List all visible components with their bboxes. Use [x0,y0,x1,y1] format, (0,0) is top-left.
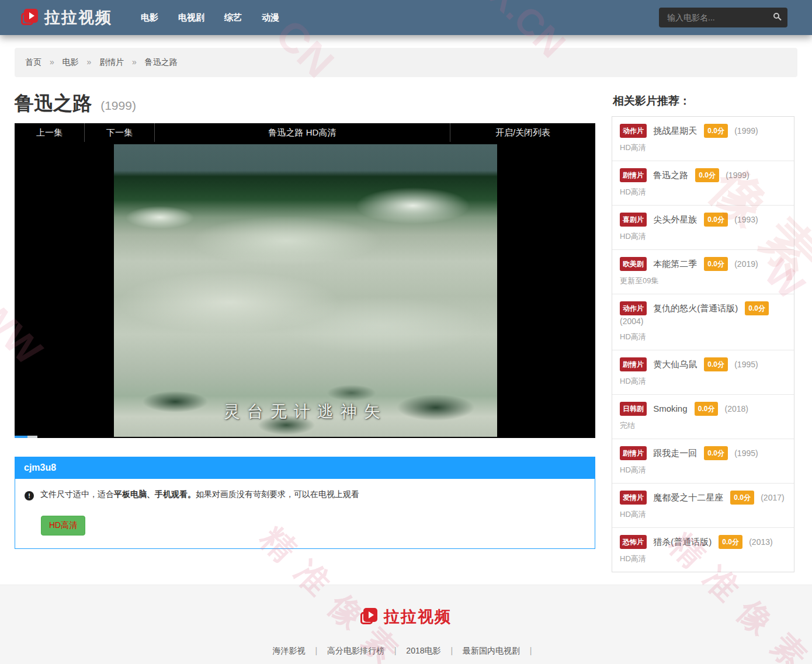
source-panel: cjm3u8 ! 文件尺寸适中，适合平板电脑、手机观看。如果对画质没有苛刻要求，… [15,457,595,549]
movie-year: (2004) [620,317,643,326]
movie-title-link[interactable]: 尖头外星族 [653,214,697,224]
recommend-item[interactable]: 剧情片 黄大仙乌鼠 0.0分 (1995) HD高清 [612,350,794,395]
recommend-item-main: 爱情片 魔都爱之十二星座 0.0分 (2017) [620,491,786,505]
next-episode-button[interactable]: 下一集 [85,123,155,142]
recommend-item[interactable]: 喜剧片 尖头外星族 0.0分 (1993) HD高清 [612,206,794,250]
logo-play-triangle [24,9,38,23]
search-icon[interactable] [773,13,779,19]
footer-link-item: 海洋影视 | [273,646,327,655]
movie-title-link[interactable]: 复仇的怒火(普通话版) [653,303,738,313]
recommend-item-main: 喜剧片 尖头外星族 0.0分 (1993) [620,213,786,227]
search-input[interactable] [659,8,765,27]
recommend-item[interactable]: 欧美剧 本能第二季 0.0分 (2019) 更新至09集 [612,250,794,294]
progress-buffer [27,436,37,438]
nav-item[interactable]: 综艺 [214,0,252,35]
breadcrumb-link[interactable]: 电影 [63,57,79,67]
video-screen[interactable]: 灵台无计逃神矢 [15,142,595,438]
sidebar-title: 相关影片推荐： [613,93,794,109]
category-badge: 剧情片 [620,446,647,460]
category-badge: 剧情片 [620,168,647,182]
video-frame: 灵台无计逃神矢 [114,144,497,437]
movie-year: (2019) [734,259,758,269]
recommend-item[interactable]: 剧情片 鲁迅之路 0.0分 (1999) HD高清 [612,161,794,206]
footer-link[interactable]: 海洋影视 [273,646,306,655]
recommend-item-main: 欧美剧 本能第二季 0.0分 (2019) [620,257,786,271]
recommend-item-main: 日韩剧 Smoking 0.0分 (2018) [620,402,786,416]
play-logo-icon [21,9,39,27]
breadcrumb: 首页 » 电影 » 剧情片 » 鲁迅之路 [15,48,797,77]
note-bold-text: 平板电脑、手机观看。 [114,489,196,499]
category-badge: 喜剧片 [620,213,647,227]
nav-item[interactable]: 电视剧 [168,0,214,35]
video-player: 上一集 下一集 鲁迅之路 HD高清 开启/关闭列表 灵台无计逃神矢 [15,123,595,438]
prev-episode-button[interactable]: 上一集 [15,123,85,142]
recommend-item[interactable]: 剧情片 跟我走一回 0.0分 (1995) HD高清 [612,439,794,484]
movie-title-link[interactable]: 本能第二季 [653,259,697,269]
main-content: 鲁迅之路 (1999) 上一集 下一集 鲁迅之路 HD高清 开启/关闭列表 灵台… [15,77,797,572]
source-panel-body: ! 文件尺寸适中，适合平板电脑、手机观看。如果对画质没有苛刻要求，可以在电视上观… [15,479,595,549]
recommend-item-main: 剧情片 鲁迅之路 0.0分 (1999) [620,168,786,182]
score-badge: 0.0分 [704,124,728,138]
category-badge: 日韩剧 [620,402,647,416]
movie-year: (1999) [734,126,758,135]
movie-status: 更新至09集 [620,276,786,286]
category-badge: 爱情片 [620,491,647,505]
score-badge: 0.0分 [745,301,769,315]
navbar: 拉拉视频 电影 电视剧 综艺 动漫 [0,0,812,35]
footer-logo[interactable]: 拉拉视频 [360,606,452,627]
movie-title-link[interactable]: 黄大仙乌鼠 [653,359,697,369]
movie-title-link[interactable]: Smoking [653,404,687,413]
footer-link[interactable]: 高分电影排行榜 [327,646,384,655]
sidebar: 相关影片推荐： 动作片 挑战星期天 0.0分 (1999) HD高清 剧情片 [612,77,794,572]
recommend-item[interactable]: 日韩剧 Smoking 0.0分 (2018) 完结 [612,395,794,439]
footer-link-item: 高分电影排行榜 | [327,646,406,655]
score-badge: 0.0分 [704,446,728,460]
movie-title-link[interactable]: 魔都爱之十二星座 [653,492,723,502]
breadcrumb-separator: » [50,57,54,67]
movie-title-link[interactable]: 猎杀(普通话版) [653,537,712,547]
now-playing-label: 鲁迅之路 HD高清 [155,123,450,142]
category-badge: 欧美剧 [620,257,647,271]
search-box [659,8,787,27]
toggle-playlist-button[interactable]: 开启/关闭列表 [450,123,595,142]
recommend-item[interactable]: 爱情片 魔都爱之十二星座 0.0分 (2017) HD高清 [612,484,794,528]
nav-item[interactable]: 电影 [131,0,168,35]
main-nav: 电影 电视剧 综艺 动漫 [131,0,289,35]
category-badge: 动作片 [620,124,647,138]
score-badge: 0.0分 [719,535,742,549]
footer-link-separator: | [450,646,453,655]
movie-status: HD高清 [620,465,786,475]
category-badge: 剧情片 [620,357,647,371]
breadcrumb-link[interactable]: 剧情片 [99,57,124,67]
player-toolbar: 上一集 下一集 鲁迅之路 HD高清 开启/关闭列表 [15,123,595,142]
movie-title-link[interactable]: 跟我走一回 [653,448,697,458]
movie-year: (2018) [725,404,748,413]
category-badge: 恐怖片 [620,535,647,549]
footer-link[interactable]: 最新国内电视剧 [463,646,520,655]
recommend-list: 动作片 挑战星期天 0.0分 (1999) HD高清 剧情片 鲁迅之路 0.0分… [612,116,794,572]
footer-link-item: 最新国内电视剧 | [463,646,540,655]
movie-year: (2013) [749,537,772,547]
breadcrumb-link[interactable]: 鲁迅之路 [145,57,178,67]
recommend-item[interactable]: 动作片 挑战星期天 0.0分 (1999) HD高清 [612,117,794,161]
source-tab[interactable]: cjm3u8 [15,457,595,479]
movie-status: HD高清 [620,231,786,242]
score-badge: 0.0分 [704,357,728,371]
breadcrumb-link[interactable]: 首页 [25,57,41,67]
main-column: 鲁迅之路 (1999) 上一集 下一集 鲁迅之路 HD高清 开启/关闭列表 灵台… [15,77,595,572]
movie-status: HD高清 [620,142,786,153]
recommend-item[interactable]: 动作片 复仇的怒火(普通话版) 0.0分 (2004) HD高清 [612,294,794,350]
nav-item[interactable]: 动漫 [252,0,289,35]
movie-title-link[interactable]: 鲁迅之路 [653,170,688,180]
score-badge: 0.0分 [730,491,754,505]
breadcrumb-item: 鲁迅之路 [145,57,189,67]
source-note: ! 文件尺寸适中，适合平板电脑、手机观看。如果对画质没有苛刻要求，可以在电视上观… [25,489,585,500]
movie-year: (2017) [761,493,784,502]
brand-logo[interactable]: 拉拉视频 [21,7,112,28]
breadcrumb-item: 剧情片 » [99,57,145,67]
footer-link[interactable]: 2018电影 [406,646,440,655]
movie-title-link[interactable]: 挑战星期天 [653,126,697,135]
episode-hd-button[interactable]: HD高清 [41,516,85,536]
recommend-item-main: 剧情片 黄大仙乌鼠 0.0分 (1995) [620,357,786,371]
recommend-item[interactable]: 恐怖片 猎杀(普通话版) 0.0分 (2013) HD高清 [612,528,794,572]
